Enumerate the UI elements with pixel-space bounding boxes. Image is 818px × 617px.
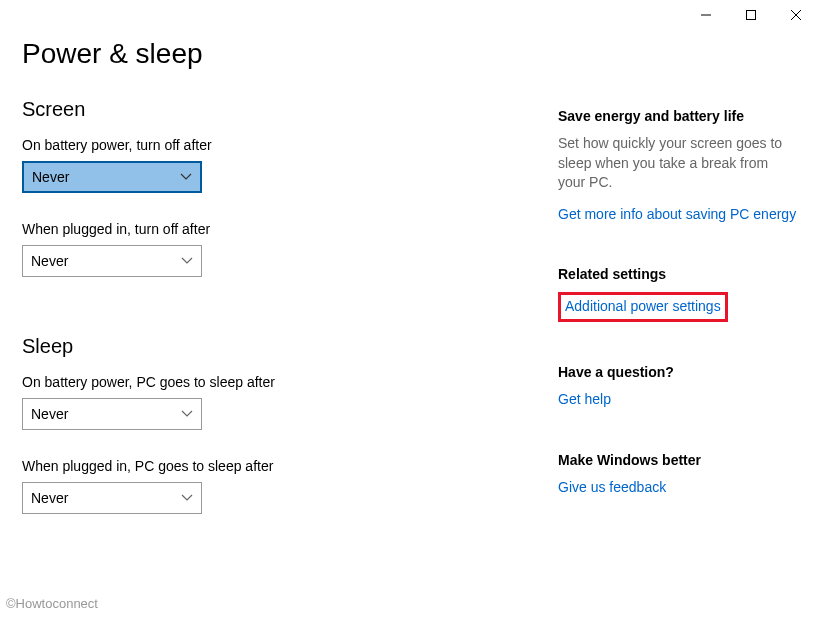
related-block: Related settings Additional power settin… bbox=[558, 266, 798, 322]
screen-plugged-select[interactable]: Never bbox=[22, 245, 202, 277]
side-column: Save energy and battery life Set how qui… bbox=[552, 38, 798, 542]
maximize-button[interactable] bbox=[728, 0, 773, 30]
screen-plugged-value: Never bbox=[31, 253, 68, 269]
related-heading: Related settings bbox=[558, 266, 798, 282]
close-button[interactable] bbox=[773, 0, 818, 30]
screen-battery-label: On battery power, turn off after bbox=[22, 137, 552, 153]
energy-block: Save energy and battery life Set how qui… bbox=[558, 108, 798, 224]
sleep-plugged-select[interactable]: Never bbox=[22, 482, 202, 514]
sleep-heading: Sleep bbox=[22, 335, 552, 358]
question-heading: Have a question? bbox=[558, 364, 798, 380]
footer-watermark: ©Howtoconnect bbox=[6, 596, 98, 611]
question-block: Have a question? Get help bbox=[558, 364, 798, 410]
screen-battery-select[interactable]: Never bbox=[22, 161, 202, 193]
energy-link[interactable]: Get more info about saving PC energy bbox=[558, 205, 796, 225]
chevron-down-icon bbox=[181, 408, 193, 420]
sleep-battery-select[interactable]: Never bbox=[22, 398, 202, 430]
additional-power-settings-link[interactable]: Additional power settings bbox=[565, 297, 721, 317]
screen-plugged-label: When plugged in, turn off after bbox=[22, 221, 552, 237]
page-title: Power & sleep bbox=[22, 38, 552, 70]
energy-text: Set how quickly your screen goes to slee… bbox=[558, 134, 798, 193]
sleep-battery-label: On battery power, PC goes to sleep after bbox=[22, 374, 552, 390]
better-heading: Make Windows better bbox=[558, 452, 798, 468]
get-help-link[interactable]: Get help bbox=[558, 390, 611, 410]
highlight-box: Additional power settings bbox=[558, 292, 728, 322]
chevron-down-icon bbox=[181, 492, 193, 504]
better-block: Make Windows better Give us feedback bbox=[558, 452, 798, 498]
minimize-button[interactable] bbox=[683, 0, 728, 30]
sleep-battery-value: Never bbox=[31, 406, 68, 422]
main-column: Power & sleep Screen On battery power, t… bbox=[22, 38, 552, 542]
feedback-link[interactable]: Give us feedback bbox=[558, 478, 666, 498]
chevron-down-icon bbox=[181, 255, 193, 267]
svg-rect-1 bbox=[746, 11, 755, 20]
chevron-down-icon bbox=[180, 171, 192, 183]
screen-heading: Screen bbox=[22, 98, 552, 121]
energy-heading: Save energy and battery life bbox=[558, 108, 798, 124]
screen-battery-value: Never bbox=[32, 169, 69, 185]
sleep-plugged-label: When plugged in, PC goes to sleep after bbox=[22, 458, 552, 474]
title-bar bbox=[0, 0, 818, 30]
sleep-plugged-value: Never bbox=[31, 490, 68, 506]
